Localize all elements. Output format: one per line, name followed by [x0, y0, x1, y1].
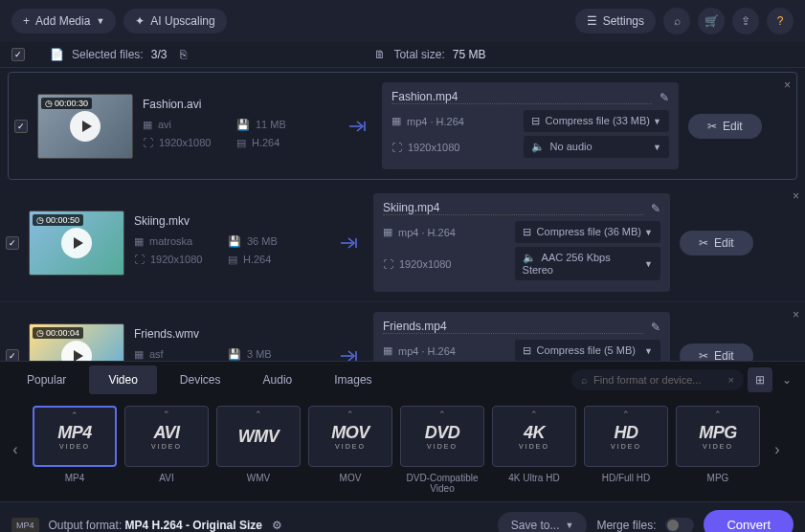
tab-images[interactable]: Images	[315, 366, 391, 394]
chevron-up-icon: ⌃	[438, 410, 446, 419]
save-to-button[interactable]: Save to... ▼	[498, 512, 588, 533]
expand-icon: ⛶	[391, 142, 402, 153]
output-name[interactable]: Friends.mp4	[383, 320, 643, 334]
gear-icon[interactable]: ⚙	[272, 519, 282, 532]
play-icon[interactable]	[61, 228, 92, 258]
format-card-avi[interactable]: ⌃ AVI VIDEO AVI	[124, 406, 209, 494]
edit-button[interactable]: ✂Edit	[680, 344, 753, 362]
output-name[interactable]: Skiing.mp4	[383, 201, 643, 215]
remove-file[interactable]: ×	[793, 308, 799, 321]
duration-badge: ◷00:00:04	[33, 327, 83, 339]
compress-dropdown[interactable]: ⊟Compress file (33 MB)▼	[524, 110, 669, 132]
output-label: Output format:	[49, 519, 123, 532]
codec-meta: ▤H.264	[228, 254, 308, 266]
play-icon[interactable]	[70, 111, 101, 142]
compress-dropdown[interactable]: ⊟Compress file (5 MB)▼	[515, 340, 660, 361]
cart-button[interactable]: 🛒	[698, 8, 725, 34]
edit-button[interactable]: ✂Edit	[688, 114, 762, 139]
chevron-up-icon: ⌃	[622, 410, 630, 419]
format-sub: VIDEO	[151, 443, 182, 450]
search-button[interactable]: ⌕	[663, 8, 690, 34]
remove-file[interactable]: ×	[793, 189, 799, 203]
output-panel: Friends.mp4 ✎ ▦mp4 · H.264 ⊟Compress fil…	[373, 312, 670, 361]
size-meta: 💾36 MB	[228, 235, 308, 248]
share-button[interactable]: ⇪	[732, 8, 759, 34]
audio-dropdown[interactable]: 🔈No audio▼	[524, 136, 669, 158]
format-sub: VIDEO	[611, 443, 641, 450]
codec-meta: ▤H.264	[236, 137, 317, 149]
tab-audio[interactable]: Audio	[244, 366, 312, 394]
chevron-down-icon: ▼	[653, 117, 661, 126]
file-name: Fashion.avi	[143, 98, 334, 111]
add-media-button[interactable]: + Add Media ▼	[11, 9, 116, 33]
pencil-icon[interactable]: ✎	[651, 321, 660, 334]
audio-dropdown[interactable]: 🔈AAC 256 Kbps Stereo▼	[515, 247, 660, 280]
chevron-up-icon: ⌃	[71, 410, 78, 420]
film-icon: ▦	[391, 115, 401, 127]
preset-folder-button[interactable]: ⊞	[748, 367, 772, 392]
info-bar: ✓ 📄 Selected files: 3/3 ⎘ 🗎 Total size: …	[0, 42, 805, 68]
format-sub: VIDEO	[427, 443, 458, 450]
row-checkbox[interactable]: ✓	[6, 236, 19, 250]
chevron-down-icon[interactable]: ⌄	[776, 373, 797, 387]
edit-button[interactable]: ✂Edit	[680, 231, 753, 255]
format-card-mov[interactable]: ⌃ MOV VIDEO MOV	[308, 406, 392, 494]
merge-toggle[interactable]	[665, 518, 694, 533]
tab-devices[interactable]: Devices	[161, 366, 240, 394]
format-search[interactable]: ⌕ Find format or device... ×	[571, 369, 744, 390]
play-icon[interactable]	[61, 341, 92, 362]
pencil-icon[interactable]: ✎	[660, 91, 669, 104]
tab-popular[interactable]: Popular	[8, 366, 85, 394]
format-code: WMV	[238, 427, 280, 447]
pencil-icon[interactable]: ✎	[651, 202, 660, 215]
format-card-mp4[interactable]: ⌃ MP4 VIDEO MP4	[33, 406, 117, 494]
next-formats[interactable]: ›	[766, 441, 789, 458]
search-icon: ⌕	[674, 14, 681, 28]
add-media-label: Add Media	[35, 14, 90, 28]
format-label: DVD-Compatible Video	[400, 473, 484, 494]
copy-icon[interactable]: ⎘	[180, 48, 187, 61]
settings-button[interactable]: ☰ Settings	[575, 9, 656, 33]
film-icon: ▦	[383, 344, 392, 357]
format-card-wmv[interactable]: ⌃ WMV WMV	[216, 406, 301, 494]
convert-button[interactable]: Convert	[704, 510, 794, 532]
video-thumbnail[interactable]: ◷00:00:04	[29, 323, 124, 362]
ai-upscaling-button[interactable]: ✦ AI Upscaling	[123, 9, 226, 33]
help-icon: ?	[777, 14, 784, 28]
help-button[interactable]: ?	[767, 8, 794, 34]
row-checkbox[interactable]: ✓	[6, 349, 19, 362]
format-card-dvd[interactable]: ⌃ DVD VIDEO DVD-Compatible Video	[400, 406, 484, 494]
output-resolution: ⛶1920x1080	[391, 138, 514, 157]
format-card-mpg[interactable]: ⌃ MPG VIDEO MPG	[676, 406, 760, 494]
total-label: Total size:	[393, 48, 444, 61]
format-card-hd[interactable]: ⌃ HD VIDEO HD/Full HD	[584, 406, 668, 494]
compress-icon: ⊟	[531, 115, 540, 126]
tab-video[interactable]: Video	[89, 366, 156, 394]
output-value: MP4 H.264 - Original Size	[125, 519, 262, 532]
chevron-down-icon: ▼	[566, 521, 574, 530]
expand-icon: ⛶	[143, 137, 153, 148]
remove-file[interactable]: ×	[784, 78, 791, 92]
film-icon: ▦	[383, 226, 392, 238]
arrow-icon	[339, 236, 360, 250]
video-thumbnail[interactable]: ◷00:00:30	[37, 94, 133, 159]
clock-icon: ◷	[36, 215, 44, 225]
select-all-checkbox[interactable]: ✓	[11, 48, 25, 61]
resolution-meta: ⛶1920x1080	[143, 137, 223, 148]
video-thumbnail[interactable]: ◷00:00:50	[29, 211, 124, 276]
prev-formats[interactable]: ‹	[4, 441, 27, 458]
duration-badge: ◷00:00:50	[33, 214, 83, 226]
compress-dropdown[interactable]: ⊟Compress file (36 MB)▼	[515, 221, 660, 243]
row-checkbox[interactable]: ✓	[14, 120, 28, 133]
format-label: HD/Full HD	[584, 473, 668, 483]
file-list: ✓ ◷00:00:30 Fashion.avi ▦avi 💾11 MB ⛶192…	[0, 68, 805, 361]
format-tabs: Popular Video Devices Audio Images ⌕ Fin…	[0, 362, 805, 398]
format-card-4k[interactable]: ⌃ 4K VIDEO 4K Ultra HD	[492, 406, 576, 494]
output-name[interactable]: Fashion.mp4	[391, 90, 652, 104]
expand-icon: ⛶	[134, 254, 145, 265]
format-icon: MP4	[11, 518, 39, 533]
format-code: HD	[615, 423, 638, 443]
file-info: Skiing.mkv ▦matroska 💾36 MB ⛶1920x1080 ▤…	[134, 214, 325, 272]
clear-icon[interactable]: ×	[728, 374, 734, 386]
disk-icon: 💾	[228, 235, 241, 248]
